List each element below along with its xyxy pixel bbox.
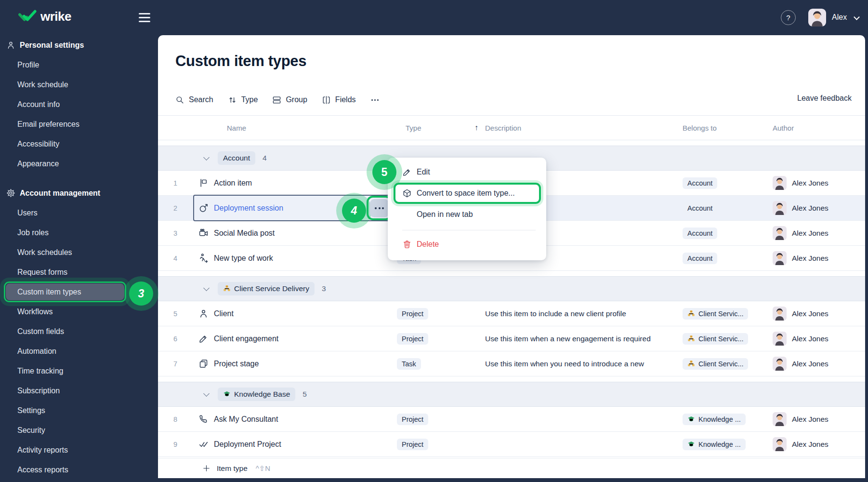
sidebar-section-personal-settings[interactable]: Personal settings: [0, 35, 158, 55]
type-cell: Project: [397, 308, 485, 320]
group-count: 3: [322, 284, 326, 293]
column-header-name[interactable]: Name: [198, 124, 397, 132]
toolbar-fields-button[interactable]: Fields: [322, 95, 356, 105]
type-cell: Task: [397, 358, 485, 370]
item-name[interactable]: Action item: [214, 179, 252, 187]
sidebar-item-label: Subscription: [17, 387, 60, 395]
sidebar-item-label: Email preferences: [17, 120, 79, 129]
settings-sidebar: Personal settingsProfileWork scheduleAcc…: [0, 35, 158, 482]
author-name: Alex Jones: [792, 204, 829, 213]
hamburger-menu-icon[interactable]: [139, 13, 150, 22]
sidebar-item-settings[interactable]: Settings: [0, 401, 158, 420]
menu-item-open-in-new-tab[interactable]: Open in new tab: [388, 205, 546, 224]
sidebar-item-subscription[interactable]: Subscription: [0, 381, 158, 401]
user-avatar[interactable]: [808, 9, 826, 27]
sidebar-item-custom-item-types[interactable]: 3Custom item types: [0, 282, 158, 302]
menu-item-label: Delete: [417, 240, 439, 249]
org-chart-icon: [687, 360, 695, 368]
table-row-client-engagement[interactable]: 6Client engagementProjectUse this item w…: [158, 326, 865, 351]
sidebar-item-label: Users: [17, 209, 38, 217]
group-row-knowledge-base[interactable]: Knowledge Base5: [158, 382, 865, 407]
menu-item-delete[interactable]: Delete: [388, 235, 546, 254]
table-row-deployment-project[interactable]: 9Deployment ProjectProjectKnowledge ...A…: [158, 432, 865, 457]
toolbar-more-button[interactable]: [370, 95, 380, 105]
sidebar-item-activity-reports[interactable]: Activity reports: [0, 440, 158, 460]
sidebar-item-label: Automation: [17, 347, 56, 356]
sidebar-item-profile[interactable]: Profile: [0, 55, 158, 75]
description-cell: Use this item when a new engagement is r…: [485, 335, 683, 343]
column-header-description[interactable]: Description: [485, 124, 683, 132]
item-name[interactable]: Social Media post: [214, 229, 275, 238]
badge-label: Project: [402, 335, 423, 343]
item-name[interactable]: Deployment session: [214, 204, 283, 213]
top-bar: wrike ? Alex: [0, 0, 868, 35]
item-name[interactable]: Deployment Project: [214, 440, 281, 449]
menu-item-edit[interactable]: Edit: [388, 162, 546, 182]
chevron-down-icon[interactable]: [203, 285, 210, 291]
item-name[interactable]: Client engagement: [214, 335, 278, 343]
chevron-down-icon[interactable]: [203, 154, 210, 161]
table-row-project-stage[interactable]: 7Project stageTaskUse this item when you…: [158, 351, 865, 376]
sidebar-item-custom-fields[interactable]: Custom fields: [0, 321, 158, 341]
table-row-client[interactable]: 5ClientProjectUse this item to include a…: [158, 301, 865, 326]
sidebar-item-accessibility[interactable]: Accessibility: [0, 134, 158, 154]
column-header-belongs-to[interactable]: Belongs to: [683, 124, 773, 132]
author-cell: Alex Jones: [773, 201, 865, 215]
group-label: Knowledge Base: [234, 390, 290, 399]
table-row-ask-my-consultant[interactable]: 8Ask My ConsultantProjectKnowledge ...Al…: [158, 407, 865, 432]
toolbar-group-button[interactable]: Group: [272, 95, 307, 105]
wrike-logo[interactable]: wrike: [18, 9, 71, 24]
toolbar-type-button[interactable]: Type: [228, 95, 258, 105]
author-cell: Alex Jones: [773, 176, 865, 190]
chevron-down-icon[interactable]: [854, 14, 860, 20]
badge-label: Project: [402, 310, 423, 318]
menu-item-convert-to-space-item-type[interactable]: Convert to space item type...: [388, 183, 546, 204]
sidebar-item-users[interactable]: Users: [0, 203, 158, 223]
item-name[interactable]: Client: [214, 309, 234, 318]
toolbar-search-button[interactable]: Search: [175, 95, 213, 105]
author-avatar: [773, 332, 787, 346]
sidebar-section-account-management[interactable]: Account management: [0, 183, 158, 203]
author-cell: Alex Jones: [773, 226, 865, 240]
item-name[interactable]: New type of work: [214, 254, 273, 263]
sidebar-item-appearance[interactable]: Appearance: [0, 154, 158, 174]
column-header-type[interactable]: Type ↑: [397, 123, 485, 132]
sidebar-item-work-schedules[interactable]: Work schedules: [0, 242, 158, 262]
sidebar-item-label: Settings: [17, 406, 45, 415]
add-item-type-row[interactable]: Item type ^⇧N: [158, 458, 865, 478]
sidebar-item-work-schedule[interactable]: Work schedule: [0, 75, 158, 94]
sidebar-item-email-preferences[interactable]: Email preferences: [0, 114, 158, 134]
row-more-button[interactable]: [370, 199, 389, 217]
belongs-to-cell: Account: [683, 228, 773, 239]
author-name: Alex Jones: [792, 229, 829, 238]
sidebar-item-account-info[interactable]: Account info: [0, 94, 158, 114]
help-icon[interactable]: ?: [781, 10, 796, 25]
row-number: 8: [158, 415, 198, 423]
author-cell: Alex Jones: [773, 332, 865, 346]
column-header-author[interactable]: Author: [773, 124, 865, 132]
row-number: 6: [158, 335, 198, 343]
sidebar-item-job-roles[interactable]: Job roles: [0, 223, 158, 242]
sidebar-item-label: Activity reports: [17, 446, 68, 455]
leave-feedback-link[interactable]: Leave feedback: [797, 94, 852, 103]
double-check-icon: [198, 439, 209, 449]
belongs-to-cell: Client Servic...: [683, 308, 773, 320]
wrike-check-icon: [18, 10, 37, 24]
badge-label: Account: [687, 179, 712, 187]
group-row-client-service-delivery[interactable]: Client Service Delivery3: [158, 276, 865, 301]
user-name[interactable]: Alex: [832, 13, 847, 22]
item-name[interactable]: Ask My Consultant: [214, 415, 278, 424]
annotation-step-5: 5: [372, 160, 396, 184]
sidebar-item-security[interactable]: Security: [0, 420, 158, 440]
dart-icon: [198, 203, 209, 213]
item-name[interactable]: Project stage: [214, 360, 259, 368]
sidebar-item-automation[interactable]: Automation: [0, 341, 158, 361]
chevron-down-icon[interactable]: [203, 390, 210, 397]
type-cell: Project: [397, 439, 485, 450]
table-header: Name Type ↑ Description Belongs to Autho…: [158, 115, 865, 140]
group-badge: Client Service Delivery: [218, 282, 315, 295]
sidebar-item-time-tracking[interactable]: Time tracking: [0, 361, 158, 381]
sidebar-item-access-reports[interactable]: Access reports: [0, 460, 158, 480]
sort-ascending-icon[interactable]: ↑: [474, 123, 478, 132]
menu-divider: [402, 230, 536, 230]
